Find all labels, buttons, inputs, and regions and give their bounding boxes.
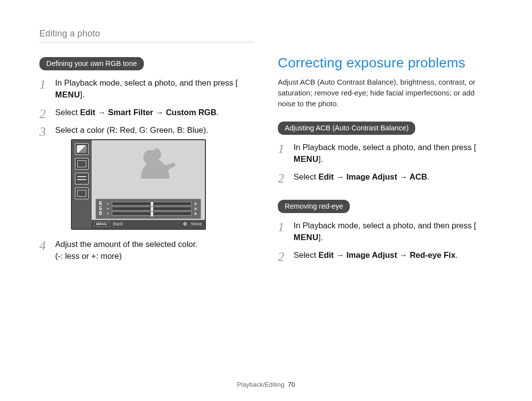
slider-track xyxy=(112,212,192,216)
step-2-pre: Select xyxy=(294,172,318,181)
step-1-post: ]. xyxy=(319,154,323,163)
back-label: Back xyxy=(113,222,123,226)
step-4-l2: (-: less or +: more) xyxy=(55,251,122,260)
step-2-pre: Select xyxy=(294,250,318,259)
step-2-path: Edit → Smart Filter → Custom RGB xyxy=(80,108,216,117)
slider-track xyxy=(112,207,192,211)
step-2-post: . xyxy=(216,108,219,117)
pill-redeye: Removing red-eye xyxy=(278,200,350,213)
menu-button-label: MENU xyxy=(294,154,319,165)
step-1-text-pre: In Playback mode, select a photo, and th… xyxy=(55,78,238,87)
plus-icon: + xyxy=(194,211,198,216)
footer-page: 70 xyxy=(288,381,295,388)
slider-thumb xyxy=(150,211,154,217)
minus-icon: - xyxy=(106,211,110,216)
step-1-pre: In Playback mode, select a photo, and th… xyxy=(294,221,476,230)
step-2: Select Edit → Image Adjust → Red-eye Fix… xyxy=(278,249,493,261)
step-2-post: . xyxy=(456,250,458,259)
silhouette-icon xyxy=(126,144,185,199)
move-label: Move xyxy=(191,222,202,226)
divider xyxy=(39,42,254,42)
back-key: MENU xyxy=(95,222,109,227)
slider-row-g: G - + xyxy=(99,206,198,211)
menu-button-label: MENU xyxy=(55,89,80,101)
step-1: In Playback mode, select a photo, and th… xyxy=(278,142,493,165)
menu-button-label: MENU xyxy=(294,232,319,244)
section-title: Correcting exposure problems xyxy=(278,55,493,71)
slider-row-b: B - + xyxy=(99,211,198,216)
tool-icon xyxy=(75,173,89,185)
pill-rgb-tone: Defining your own RGB tone xyxy=(39,57,144,70)
steps-redeye: In Playback mode, select a photo, and th… xyxy=(278,220,493,261)
rgb-sliders: R - + G - + B - xyxy=(96,199,201,219)
step-4: Adjust the amount of the selected color.… xyxy=(39,239,254,262)
step-3-text: Select a color (R: Red, G: Green, B: Blu… xyxy=(55,125,208,134)
step-2-pre: Select xyxy=(55,108,80,117)
nav-icon: ✥ xyxy=(183,221,187,227)
step-2: Select Edit → Image Adjust → ACB. xyxy=(278,171,493,183)
step-4-l1: Adjust the amount of the selected color. xyxy=(55,240,198,248)
preview-statusbar: MENU Back ✥ Move xyxy=(92,220,205,229)
left-column: Editing a photo Defining your own RGB to… xyxy=(39,29,254,268)
step-1: In Playback mode, select a photo, and th… xyxy=(39,77,254,101)
slider-row-r: R - + xyxy=(99,201,198,206)
section-intro: Adjust ACB (Auto Contrast Balance), brig… xyxy=(278,77,493,109)
step-1-text-post: ]. xyxy=(80,90,85,99)
slider-track xyxy=(112,202,192,206)
tool-icon xyxy=(75,158,89,170)
steps-acb: In Playback mode, select a photo, and th… xyxy=(278,142,493,183)
footer-section: Playback/Editing xyxy=(237,381,284,388)
step-2: Select Edit → Smart Filter → Custom RGB. xyxy=(39,107,254,119)
rgb-preview: R - + G - + B - xyxy=(71,139,206,230)
tool-icon xyxy=(75,187,89,199)
step-1-pre: In Playback mode, select a photo, and th… xyxy=(294,143,476,152)
slider-label: B xyxy=(99,211,104,216)
tool-icon xyxy=(75,143,89,155)
step-2-post: . xyxy=(427,172,430,181)
step-2-path: Edit → Image Adjust → ACB xyxy=(318,172,427,181)
right-column: Correcting exposure problems Adjust ACB … xyxy=(278,29,493,268)
step-2-path: Edit → Image Adjust → Red-eye Fix xyxy=(318,250,455,259)
page-footer: Playback/Editing 70 xyxy=(0,381,532,388)
steps-rgb: In Playback mode, select a photo, and th… xyxy=(39,77,254,262)
page: Editing a photo Defining your own RGB to… xyxy=(0,0,532,268)
step-1-post: ]. xyxy=(319,233,323,242)
breadcrumb: Editing a photo xyxy=(39,29,254,39)
preview-sidebar xyxy=(72,140,92,229)
step-1: In Playback mode, select a photo, and th… xyxy=(278,220,493,244)
step-3: Select a color (R: Red, G: Green, B: Blu… xyxy=(39,124,254,230)
pill-acb: Adjusting ACB (Auto Contrast Balance) xyxy=(278,122,415,135)
